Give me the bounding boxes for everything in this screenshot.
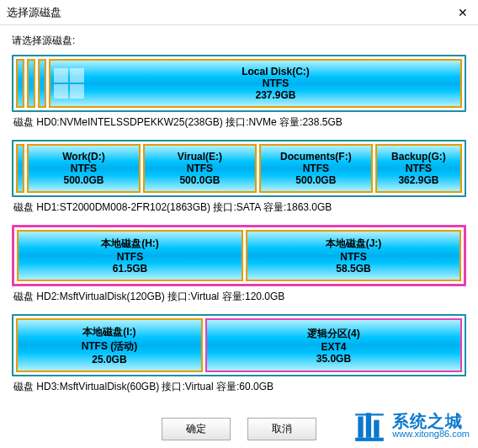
partition-name: Work(D:) [30, 151, 137, 163]
watermark-logo-icon [352, 408, 387, 443]
partition-fs: EXT4 [209, 341, 459, 353]
reserved-bar [16, 144, 24, 193]
disk-row[interactable]: Work(D:)NTFS500.0GBVirual(E:)NTFS500.0GB… [12, 140, 466, 197]
partition-fs: NTFS [30, 163, 137, 174]
disk-row[interactable]: 本地磁盘(H:)NTFS61.5GB本地磁盘(J:)NTFS58.5GB [12, 225, 466, 286]
partition-name: 本地磁盘(I:) [19, 325, 199, 339]
svg-rect-1 [358, 417, 364, 438]
svg-rect-2 [366, 413, 371, 437]
partition-name: 逻辑分区(4) [209, 327, 459, 341]
partition[interactable]: Backup(G:)NTFS362.9GB [375, 144, 462, 193]
partition-fs: NTFS [93, 77, 459, 89]
partition-fs: NTFS [379, 163, 459, 174]
partition-size: 500.0GB [263, 174, 369, 186]
disk-section: 本地磁盘(H:)NTFS61.5GB本地磁盘(J:)NTFS58.5GB磁盘 H… [12, 225, 466, 311]
partition[interactable]: 本地磁盘(H:)NTFS61.5GB [17, 230, 243, 281]
partition[interactable]: 本地磁盘(I:)NTFS (活动)25.0GB [16, 318, 203, 372]
partition-name: Backup(G:) [379, 151, 459, 163]
partition-size: 61.5GB [20, 263, 240, 275]
reserved-bars [16, 59, 46, 108]
disk-info: 磁盘 HD2:MsftVirtualDisk(120GB) 接口:Virtual… [12, 286, 466, 311]
windows-icon [52, 66, 93, 101]
partition-fs: NTFS [146, 163, 253, 174]
disk-info: 磁盘 HD1:ST2000DM008-2FR102(1863GB) 接口:SAT… [12, 197, 466, 221]
partition-name: Virual(E:) [146, 151, 253, 163]
partition-size: 35.0GB [209, 353, 459, 365]
partition[interactable]: Local Disk(C:)NTFS237.9GB [49, 59, 462, 108]
close-icon[interactable]: ✕ [454, 6, 471, 19]
partition[interactable]: Documents(F:)NTFS500.0GB [259, 144, 373, 193]
partition[interactable]: Work(D:)NTFS500.0GB [27, 144, 141, 193]
reserved-bar [16, 59, 24, 108]
partition-name: Local Disk(C:) [93, 66, 459, 77]
ok-button[interactable]: 确定 [162, 418, 231, 440]
cancel-button[interactable]: 取消 [247, 418, 316, 440]
partition-size: 362.9GB [379, 174, 459, 186]
watermark-title: 系统之城 [392, 413, 470, 429]
disk-section: 本地磁盘(I:)NTFS (活动)25.0GB逻辑分区(4)EXT435.0GB… [12, 314, 466, 401]
partition-fs: NTFS [249, 251, 458, 263]
dialog-content: 请选择源磁盘: Local Disk(C:)NTFS237.9GB磁盘 HD0:… [0, 25, 478, 409]
partition-size: 500.0GB [30, 174, 137, 186]
partition-size: 25.0GB [19, 354, 199, 365]
partition-name: 本地磁盘(J:) [249, 237, 458, 251]
title-bar: 选择源磁盘 ✕ [0, 0, 478, 25]
reserved-bars [16, 144, 24, 193]
partition-fs: NTFS [263, 163, 369, 174]
partition-fs: NTFS (活动) [19, 339, 199, 354]
partition-fs: NTFS [20, 251, 240, 263]
disk-section: Local Disk(C:)NTFS237.9GB磁盘 HD0:NVMeINTE… [12, 55, 466, 136]
window-title: 选择源磁盘 [7, 5, 454, 20]
disk-section: Work(D:)NTFS500.0GBVirual(E:)NTFS500.0GB… [12, 140, 466, 221]
reserved-bar [38, 59, 46, 108]
disk-row[interactable]: Local Disk(C:)NTFS237.9GB [12, 55, 466, 112]
watermark: 系统之城 www.xitong86.com [352, 408, 470, 443]
partition-size: 58.5GB [249, 263, 458, 275]
watermark-url: www.xitong86.com [392, 429, 470, 439]
reserved-bar [27, 59, 35, 108]
partition[interactable]: Virual(E:)NTFS500.0GB [143, 144, 257, 193]
partition-size: 237.9GB [93, 89, 459, 101]
disk-row[interactable]: 本地磁盘(I:)NTFS (活动)25.0GB逻辑分区(4)EXT435.0GB [12, 314, 466, 376]
partition[interactable]: 逻辑分区(4)EXT435.0GB [205, 318, 462, 372]
prompt-label: 请选择源磁盘: [12, 34, 466, 48]
partition-size: 500.0GB [146, 174, 253, 186]
partition[interactable]: 本地磁盘(J:)NTFS58.5GB [246, 230, 461, 281]
svg-rect-3 [374, 420, 380, 438]
svg-rect-0 [355, 438, 384, 441]
disk-info: 磁盘 HD3:MsftVirtualDisk(60GB) 接口:Virtual … [12, 376, 466, 401]
disks-container: Local Disk(C:)NTFS237.9GB磁盘 HD0:NVMeINTE… [12, 55, 466, 401]
partition-name: Documents(F:) [263, 151, 369, 163]
disk-info: 磁盘 HD0:NVMeINTELSSDPEKKW25(238GB) 接口:NVM… [12, 112, 466, 136]
partition-name: 本地磁盘(H:) [20, 237, 240, 251]
